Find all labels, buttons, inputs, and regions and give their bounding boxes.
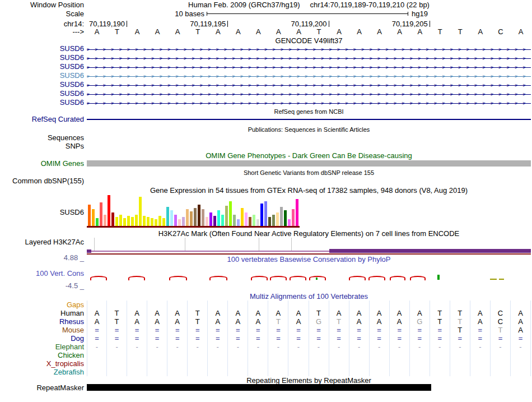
gtex-tissue-bar[interactable] [276, 212, 279, 226]
repeatmasker-track-title[interactable]: Repeating Elements by RepeatMasker [87, 377, 531, 384]
gtex-tissue-bar[interactable] [237, 219, 240, 226]
gtex-tissue-bar[interactable] [100, 202, 102, 226]
gtex-tissue-bar[interactable] [264, 201, 267, 226]
track-label-100-vert-cons[interactable]: 100 Vert. Cons [0, 270, 84, 278]
transcript[interactable]: >>>>>>>>>>>>>>>>>>>>>>>>>>>>>>>>>>>>>>>>… [87, 63, 531, 72]
track-label-omim-genes[interactable]: OMIM Genes [0, 160, 84, 168]
gtex-tissue-bar[interactable] [92, 209, 95, 226]
track-label-sequences[interactable]: Sequences [0, 134, 84, 142]
gtex-tissue-bar[interactable] [209, 212, 212, 226]
conservation-track-title[interactable]: 100 vertebrates Basewise Conservation by… [87, 256, 531, 263]
gtex-tissue-bar[interactable] [115, 217, 118, 226]
gtex-tissue-bar[interactable] [221, 215, 224, 226]
gtex-tissue-bar[interactable] [260, 204, 263, 226]
gtex-tissue-bar[interactable] [127, 216, 130, 226]
track-label-h3k27ac[interactable]: Layered H3K27Ac [0, 238, 84, 246]
gtex-tissue-bar[interactable] [151, 218, 153, 226]
h3k27ac-signal[interactable] [87, 238, 531, 255]
gtex-tissue-bar[interactable] [139, 197, 142, 226]
gtex-tissue-bar[interactable] [213, 216, 216, 226]
gtex-tissue-bar[interactable] [166, 207, 169, 226]
gene-label[interactable]: SUSD6 [0, 54, 84, 62]
transcript[interactable]: >>>>>>>>>>>>>>>>>>>>>>>>>>>>>>>>>>>>>>>>… [87, 54, 531, 63]
gtex-tissue-bar[interactable] [249, 217, 251, 226]
gtex-tissue-bar[interactable] [225, 206, 228, 226]
gtex-tissue-bar[interactable] [182, 217, 185, 226]
multiz-track-title[interactable]: Multiz Alignments of 100 Vertebrates [87, 293, 531, 300]
species-label[interactable]: Gaps [0, 301, 84, 309]
gtex-tissue-bar[interactable] [292, 209, 295, 226]
gene-label[interactable]: SUSD6 [0, 90, 84, 98]
gene-label[interactable]: SUSD6 [0, 99, 84, 107]
gtex-tissue-bar[interactable] [202, 209, 204, 226]
gtex-tissue-bar[interactable] [241, 208, 244, 226]
h3k27ac-track-title[interactable]: H3K27Ac Mark (Often Found Near Active Re… [87, 230, 531, 237]
refseq-gene-line[interactable] [87, 119, 531, 120]
conservation-track[interactable] [87, 268, 531, 292]
gtex-tissue-bar[interactable] [170, 210, 173, 226]
gtex-tissue-bar[interactable] [186, 209, 189, 226]
gtex-tissue-bar[interactable] [111, 212, 114, 226]
repeat-element-bar[interactable] [87, 384, 431, 391]
track-label-common-dbsnp[interactable]: Common dbSNP(155) [0, 177, 84, 185]
transcript[interactable]: >>>>>>>>>>>>>>>>>>>>>>>>>>>>>>>>>>>>>>>>… [87, 90, 531, 99]
gtex-tissue-bar[interactable] [96, 218, 99, 226]
gtex-tissue-bar[interactable] [194, 208, 197, 226]
transcript[interactable]: >>>>>>>>>>>>>>>>>>>>>>>>>>>>>>>>>>>>>>>>… [87, 72, 531, 81]
publications-track-title[interactable]: Publications: Sequences in Scientific Ar… [87, 126, 531, 133]
gtex-bars[interactable] [88, 195, 298, 226]
gtex-tissue-bar[interactable] [256, 219, 259, 226]
gtex-tissue-bar[interactable] [198, 205, 200, 226]
species-label[interactable]: Dog [0, 334, 84, 343]
gtex-tissue-bar[interactable] [280, 207, 283, 226]
gtex-tissue-bar[interactable] [268, 217, 271, 226]
track-label-repeatmasker[interactable]: RepeatMasker [0, 384, 84, 392]
track-label-refseq-curated[interactable]: RefSeq Curated [0, 115, 84, 123]
gtex-tissue-bar[interactable] [108, 195, 110, 226]
gtex-tissue-bar[interactable] [217, 210, 220, 226]
gtex-tissue-bar[interactable] [245, 212, 248, 226]
species-label[interactable]: Human [0, 309, 84, 317]
gene-label[interactable]: SUSD6 [0, 45, 84, 53]
gtex-tissue-bar[interactable] [143, 216, 146, 226]
gtex-tissue-bar[interactable] [135, 215, 138, 226]
gtex-tissue-bar[interactable] [253, 215, 255, 226]
gtex-tissue-bar[interactable] [158, 216, 161, 226]
species-label[interactable]: Rhesus [0, 317, 84, 326]
gene-label[interactable]: SUSD6 [0, 72, 84, 80]
species-label[interactable]: Chicken [0, 351, 84, 359]
gtex-track-title[interactable]: Gene Expression in 54 tissues from GTEx … [87, 187, 531, 194]
omim-gene-bar[interactable] [87, 160, 531, 167]
gtex-tissue-bar[interactable] [284, 210, 287, 226]
gtex-tissue-bar[interactable] [296, 199, 298, 226]
gtex-tissue-bar[interactable] [123, 218, 126, 226]
gtex-tissue-bar[interactable] [131, 217, 134, 226]
gtex-tissue-bar[interactable] [104, 215, 106, 226]
gtex-tissue-bar[interactable] [174, 215, 177, 226]
gtex-tissue-bar[interactable] [288, 219, 291, 226]
gtex-tissue-bar[interactable] [155, 219, 157, 226]
gtex-tissue-bar[interactable] [119, 215, 122, 226]
gene-label[interactable]: SUSD6 [0, 63, 84, 71]
gene-label[interactable]: SUSD6 [0, 81, 84, 89]
species-label[interactable]: Zebrafish [0, 368, 84, 376]
gtex-tissue-bar[interactable] [162, 218, 165, 226]
refseq-track-title[interactable]: RefSeq genes from NCBI [87, 108, 531, 115]
species-label[interactable]: Elephant [0, 343, 84, 351]
track-label-snps[interactable]: SNPs [0, 142, 84, 150]
transcript[interactable]: >>>>>>>>>>>>>>>>>>>>>>>>>>>>>>>>>>>>>>>>… [87, 99, 531, 108]
species-label[interactable]: Mouse [0, 326, 84, 334]
dbsnp-track-title[interactable]: Short Genetic Variants from dbSNP releas… [87, 169, 531, 177]
gtex-tissue-bar[interactable] [178, 219, 181, 226]
gtex-tissue-bar[interactable] [272, 215, 275, 226]
species-label[interactable]: X_tropicalis [0, 359, 84, 368]
gtex-tissue-bar[interactable] [147, 217, 150, 226]
gtex-tissue-bar[interactable] [229, 201, 232, 226]
gtex-tissue-bar[interactable] [206, 217, 208, 226]
track-label-gtex-gene[interactable]: SUSD6 [0, 209, 84, 216]
gencode-track-title[interactable]: GENCODE V49lift37 [87, 37, 531, 44]
transcript[interactable]: >>>>>>>>>>>>>>>>>>>>>>>>>>>>>>>>>>>>>>>>… [87, 45, 531, 54]
gtex-tissue-bar[interactable] [88, 205, 91, 226]
gtex-tissue-bar[interactable] [233, 215, 236, 226]
transcript[interactable]: >>>>>>>>>>>>>>>>>>>>>>>>>>>>>>>>>>>>>>>>… [87, 81, 531, 90]
